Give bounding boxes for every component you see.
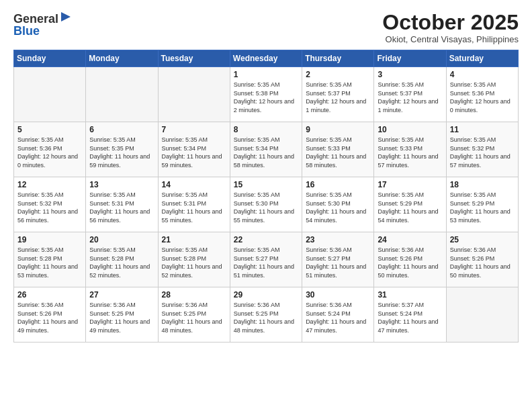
day-info: Sunrise: 5:35 AM Sunset: 5:33 PM Dayligh… [306,136,370,169]
calendar-cell: 30Sunrise: 5:36 AM Sunset: 5:24 PM Dayli… [302,287,374,342]
calendar-cell: 20Sunrise: 5:35 AM Sunset: 5:28 PM Dayli… [86,232,158,287]
day-info: Sunrise: 5:36 AM Sunset: 5:26 PM Dayligh… [450,246,515,279]
day-number: 5 [17,125,82,134]
calendar-cell: 23Sunrise: 5:36 AM Sunset: 5:27 PM Dayli… [302,232,374,287]
day-number: 24 [378,235,442,244]
day-number: 27 [89,290,154,300]
week-row-5: 26Sunrise: 5:36 AM Sunset: 5:26 PM Dayli… [14,287,519,342]
day-info: Sunrise: 5:35 AM Sunset: 5:34 PM Dayligh… [234,136,298,169]
header: General Blue October 2025 Okiot, Central… [13,11,519,44]
day-number: 9 [306,125,370,134]
day-info: Sunrise: 5:35 AM Sunset: 5:28 PM Dayligh… [17,246,82,279]
day-info: Sunrise: 5:35 AM Sunset: 5:36 PM Dayligh… [17,136,82,169]
calendar-cell: 25Sunrise: 5:36 AM Sunset: 5:26 PM Dayli… [446,232,518,287]
day-info: Sunrise: 5:35 AM Sunset: 5:28 PM Dayligh… [162,246,226,279]
logo-blue: Blue [13,25,40,38]
day-info: Sunrise: 5:35 AM Sunset: 5:30 PM Dayligh… [234,191,298,224]
day-number: 2 [306,70,370,79]
day-info: Sunrise: 5:36 AM Sunset: 5:25 PM Dayligh… [89,301,154,334]
calendar-cell: 26Sunrise: 5:36 AM Sunset: 5:26 PM Dayli… [14,287,86,342]
day-number: 1 [234,70,298,79]
day-info: Sunrise: 5:36 AM Sunset: 5:25 PM Dayligh… [234,301,298,334]
week-row-1: 1Sunrise: 5:35 AM Sunset: 5:38 PM Daylig… [14,67,519,122]
calendar-cell: 17Sunrise: 5:35 AM Sunset: 5:29 PM Dayli… [374,177,446,232]
day-number: 14 [162,180,226,189]
calendar-cell: 4Sunrise: 5:35 AM Sunset: 5:36 PM Daylig… [446,67,518,122]
day-number: 12 [17,180,82,189]
logo-general: General [13,12,58,26]
day-number: 21 [162,235,226,244]
col-thursday: Thursday [302,50,374,67]
day-info: Sunrise: 5:35 AM Sunset: 5:32 PM Dayligh… [450,136,515,169]
page: General Blue October 2025 Okiot, Central… [0,0,532,411]
day-number: 28 [162,290,226,300]
day-number: 26 [17,290,82,300]
day-info: Sunrise: 5:35 AM Sunset: 5:31 PM Dayligh… [162,191,226,224]
day-number: 29 [234,290,298,300]
calendar-cell: 2Sunrise: 5:35 AM Sunset: 5:37 PM Daylig… [302,67,374,122]
day-number: 22 [234,235,298,244]
day-number: 18 [450,180,515,189]
day-info: Sunrise: 5:35 AM Sunset: 5:29 PM Dayligh… [378,191,442,224]
day-number: 20 [89,235,154,244]
calendar: Sunday Monday Tuesday Wednesday Thursday… [13,50,519,342]
logo: General Blue [13,11,72,38]
day-number: 7 [162,125,226,134]
day-number: 11 [450,125,515,134]
logo-text: General Blue [13,11,72,38]
calendar-cell: 16Sunrise: 5:35 AM Sunset: 5:30 PM Dayli… [302,177,374,232]
day-info: Sunrise: 5:37 AM Sunset: 5:24 PM Dayligh… [378,301,442,334]
calendar-cell [14,67,86,122]
day-number: 31 [378,290,442,300]
location: Okiot, Central Visayas, Philippines [382,34,519,44]
day-number: 16 [306,180,370,189]
day-number: 25 [450,235,515,244]
calendar-cell: 9Sunrise: 5:35 AM Sunset: 5:33 PM Daylig… [302,122,374,177]
week-row-4: 19Sunrise: 5:35 AM Sunset: 5:28 PM Dayli… [14,232,519,287]
calendar-cell: 21Sunrise: 5:35 AM Sunset: 5:28 PM Dayli… [158,232,230,287]
day-info: Sunrise: 5:35 AM Sunset: 5:34 PM Dayligh… [162,136,226,169]
calendar-cell: 7Sunrise: 5:35 AM Sunset: 5:34 PM Daylig… [158,122,230,177]
calendar-header-row: Sunday Monday Tuesday Wednesday Thursday… [14,50,519,67]
svg-marker-0 [61,12,71,21]
day-info: Sunrise: 5:35 AM Sunset: 5:37 PM Dayligh… [378,81,442,114]
calendar-cell: 6Sunrise: 5:35 AM Sunset: 5:35 PM Daylig… [86,122,158,177]
calendar-cell: 22Sunrise: 5:35 AM Sunset: 5:27 PM Dayli… [230,232,302,287]
col-friday: Friday [374,50,446,67]
calendar-cell [158,67,230,122]
day-info: Sunrise: 5:36 AM Sunset: 5:24 PM Dayligh… [306,301,370,334]
calendar-cell: 14Sunrise: 5:35 AM Sunset: 5:31 PM Dayli… [158,177,230,232]
day-info: Sunrise: 5:36 AM Sunset: 5:27 PM Dayligh… [306,246,370,279]
day-number: 6 [89,125,154,134]
day-number: 19 [17,235,82,244]
calendar-cell: 10Sunrise: 5:35 AM Sunset: 5:33 PM Dayli… [374,122,446,177]
day-info: Sunrise: 5:36 AM Sunset: 5:26 PM Dayligh… [17,301,82,334]
day-info: Sunrise: 5:35 AM Sunset: 5:29 PM Dayligh… [450,191,515,224]
day-info: Sunrise: 5:35 AM Sunset: 5:28 PM Dayligh… [89,246,154,279]
day-info: Sunrise: 5:35 AM Sunset: 5:32 PM Dayligh… [17,191,82,224]
calendar-cell: 5Sunrise: 5:35 AM Sunset: 5:36 PM Daylig… [14,122,86,177]
day-info: Sunrise: 5:35 AM Sunset: 5:33 PM Dayligh… [378,136,442,169]
col-tuesday: Tuesday [158,50,230,67]
calendar-cell: 11Sunrise: 5:35 AM Sunset: 5:32 PM Dayli… [446,122,518,177]
calendar-cell: 8Sunrise: 5:35 AM Sunset: 5:34 PM Daylig… [230,122,302,177]
day-number: 15 [234,180,298,189]
calendar-cell: 15Sunrise: 5:35 AM Sunset: 5:30 PM Dayli… [230,177,302,232]
col-sunday: Sunday [14,50,86,67]
day-info: Sunrise: 5:35 AM Sunset: 5:35 PM Dayligh… [89,136,154,169]
calendar-cell: 19Sunrise: 5:35 AM Sunset: 5:28 PM Dayli… [14,232,86,287]
calendar-cell: 27Sunrise: 5:36 AM Sunset: 5:25 PM Dayli… [86,287,158,342]
week-row-3: 12Sunrise: 5:35 AM Sunset: 5:32 PM Dayli… [14,177,519,232]
day-info: Sunrise: 5:35 AM Sunset: 5:30 PM Dayligh… [306,191,370,224]
month-title: October 2025 [382,11,519,34]
week-row-2: 5Sunrise: 5:35 AM Sunset: 5:36 PM Daylig… [14,122,519,177]
calendar-cell: 1Sunrise: 5:35 AM Sunset: 5:38 PM Daylig… [230,67,302,122]
col-saturday: Saturday [446,50,518,67]
title-block: October 2025 Okiot, Central Visayas, Phi… [382,11,519,44]
calendar-cell: 24Sunrise: 5:36 AM Sunset: 5:26 PM Dayli… [374,232,446,287]
day-info: Sunrise: 5:36 AM Sunset: 5:26 PM Dayligh… [378,246,442,279]
calendar-cell [86,67,158,122]
col-wednesday: Wednesday [230,50,302,67]
calendar-cell: 12Sunrise: 5:35 AM Sunset: 5:32 PM Dayli… [14,177,86,232]
day-info: Sunrise: 5:35 AM Sunset: 5:37 PM Dayligh… [306,81,370,114]
